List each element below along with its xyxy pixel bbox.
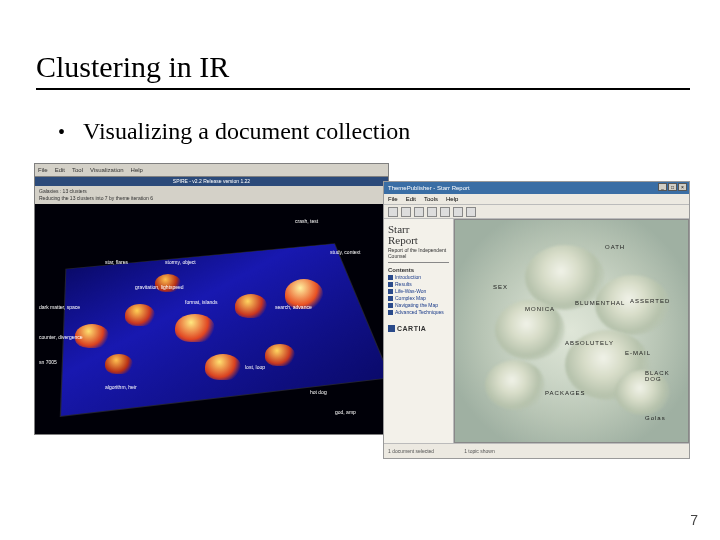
bullet-marker: • <box>58 121 65 144</box>
map-label: BLUMENTHAL <box>575 300 625 306</box>
sidebar-item-label: Complex Map <box>395 295 426 301</box>
terrain-visualization-window: File Edit Tool Visualization Help SPIRE … <box>34 163 389 435</box>
page-number: 7 <box>690 512 698 528</box>
slide: Clustering in IR • Visualizing a documen… <box>0 0 720 540</box>
figures-row: File Edit Tool Visualization Help SPIRE … <box>34 163 690 459</box>
cluster-label: gravitation, lightspeed <box>135 284 184 290</box>
terrain-peak <box>175 314 215 342</box>
toolbar-button[interactable] <box>401 207 411 217</box>
cluster-label: dark matter, space <box>39 304 80 310</box>
terrain-canvas: crash, test study, context star, flares … <box>35 204 388 434</box>
map-label: SEX <box>493 284 508 290</box>
cluster-label: god, amp <box>335 409 356 415</box>
terrain-peak <box>125 304 155 326</box>
window-title-left: SPIRE - v2.2 Release version 1.22 <box>35 177 388 186</box>
sidebar-right: Starr Report Report of the Independent C… <box>384 219 454 443</box>
window-controls: _ □ × <box>658 182 689 194</box>
brand-text: CARTIA <box>397 325 426 332</box>
report-caption: Report of the Independent Counsel <box>388 247 449 263</box>
cluster-label: counter, divergence <box>39 334 83 340</box>
maximize-button[interactable]: □ <box>668 183 677 191</box>
swatch-icon <box>388 296 393 301</box>
toolbar-button[interactable] <box>388 207 398 217</box>
toolbar-button[interactable] <box>440 207 450 217</box>
sidebar-item-label: Navigating the Map <box>395 302 438 308</box>
sidebar-item-label: Life-Was-Won <box>395 288 426 294</box>
sidebar-item[interactable]: Navigating the Map <box>388 302 449 308</box>
map-label: PACKAGES <box>545 390 586 396</box>
toolbar-button[interactable] <box>427 207 437 217</box>
toolbar-button[interactable] <box>466 207 476 217</box>
bullet-text: Visualizing a document collection <box>83 118 410 145</box>
menu-help[interactable]: Help <box>446 196 458 202</box>
sidebar-item-label: Results <box>395 281 412 287</box>
swatch-icon <box>388 289 393 294</box>
sidebar-item-label: Introduction <box>395 274 421 280</box>
cluster-label: format, islands <box>185 299 218 305</box>
map-label: BLACK DOG <box>645 370 688 382</box>
status-line2: Reducing the 13 clusters into 7 by theme… <box>39 195 384 202</box>
status-line1: Galaxies : 13 clusters <box>39 188 384 195</box>
toolbar-button[interactable] <box>414 207 424 217</box>
window-titlebar-right: ThemePublisher - Starr Report _ □ × <box>384 182 689 194</box>
status-text: 1 document selected <box>388 448 434 454</box>
minimize-button[interactable]: _ <box>658 183 667 191</box>
status-left: Galaxies : 13 clusters Reducing the 13 c… <box>35 186 388 204</box>
menu-visualization[interactable]: Visualization <box>90 167 124 173</box>
terrain-peak <box>235 294 267 318</box>
terrain-plane <box>60 243 389 417</box>
sidebar-item[interactable]: Life-Was-Won <box>388 288 449 294</box>
menu-edit[interactable]: Edit <box>406 196 416 202</box>
menu-file[interactable]: File <box>38 167 48 173</box>
brand-logo: CARTIA <box>388 325 449 332</box>
sidebar-item[interactable]: Advanced Techniques <box>388 309 449 315</box>
window-title-right: ThemePublisher - Starr Report <box>388 182 470 194</box>
sidebar-item[interactable]: Complex Map <box>388 295 449 301</box>
cluster-label: crash, test <box>295 218 318 224</box>
sidebar-section-header: Contents <box>388 267 449 273</box>
menu-edit[interactable]: Edit <box>55 167 65 173</box>
cluster-label: lost, loop <box>245 364 265 370</box>
terrain-peak <box>105 354 133 374</box>
cluster-label: hot dog <box>310 389 327 395</box>
menu-file[interactable]: File <box>388 196 398 202</box>
map-label: Golas <box>645 415 666 421</box>
swatch-icon <box>388 275 393 280</box>
menu-tools[interactable]: Tools <box>424 196 438 202</box>
terrain-peak <box>205 354 241 380</box>
menu-help[interactable]: Help <box>131 167 143 173</box>
map-label: ASSERTED <box>630 298 670 304</box>
window-body-right: Starr Report Report of the Independent C… <box>384 219 689 443</box>
toolbar-button[interactable] <box>453 207 463 217</box>
close-button[interactable]: × <box>678 183 687 191</box>
sidebar-item-label: Advanced Techniques <box>395 309 444 315</box>
sidebar-item[interactable]: Results <box>388 281 449 287</box>
cluster-label: search, advance <box>275 304 312 310</box>
map-label: E-MAIL <box>625 350 651 356</box>
status-text: 1 topic shown <box>464 448 495 454</box>
menubar-left: File Edit Tool Visualization Help <box>35 164 388 177</box>
slide-title: Clustering in IR <box>36 50 690 90</box>
map-label: MONICA <box>525 306 555 312</box>
map-region <box>485 360 545 410</box>
bullet-item: • Visualizing a document collection <box>58 118 690 145</box>
sidebar-item[interactable]: Introduction <box>388 274 449 280</box>
brand-icon <box>388 325 395 332</box>
menu-tool[interactable]: Tool <box>72 167 83 173</box>
menubar-right: File Edit Tools Help <box>384 194 689 205</box>
cluster-label: sn 7005 <box>39 359 57 365</box>
toolbar-right <box>384 205 689 219</box>
statusbar-right: 1 document selected 1 topic shown <box>384 443 689 457</box>
cluster-label: star, flares <box>105 259 128 265</box>
map-label: ABSOLUTELY <box>565 340 614 346</box>
swatch-icon <box>388 310 393 315</box>
swatch-icon <box>388 282 393 287</box>
cluster-label: algorithm, heir <box>105 384 137 390</box>
cluster-label: study, context <box>330 249 360 255</box>
themescape-map[interactable]: OATH SEX MONICA BLUMENTHAL ASSERTED ABSO… <box>454 219 689 443</box>
terrain-peak <box>265 344 295 366</box>
themescape-window: ThemePublisher - Starr Report _ □ × File… <box>383 181 690 459</box>
cluster-label: stormy, object <box>165 259 196 265</box>
map-label: OATH <box>605 244 625 250</box>
swatch-icon <box>388 303 393 308</box>
